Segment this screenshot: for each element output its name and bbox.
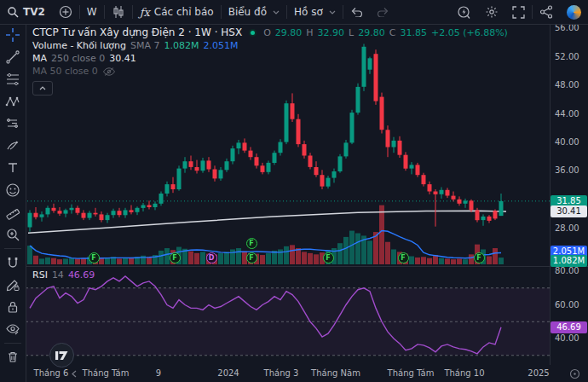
rsi-params: 14 — [52, 269, 64, 281]
drawing-mode-lock-button[interactable] — [0, 274, 26, 296]
symbol-search-value: TV2 — [23, 6, 45, 18]
dividend-badge[interactable]: D — [206, 252, 217, 263]
volume-legend-row[interactable]: Volume - Khối lượng SMA 7 1.082M 2.051M — [32, 39, 508, 52]
trading-app-window: TV2 W ƒx Các chỉ báo — [0, 0, 588, 382]
brush-tool-button[interactable] — [0, 135, 26, 157]
toolbar-divider — [4, 343, 21, 344]
time-tick-label: 9 — [156, 368, 161, 378]
chevron-down-icon — [329, 10, 336, 14]
settings-button[interactable] — [478, 0, 505, 24]
indicators-label: Các chỉ báo — [154, 6, 214, 18]
rsi-title: RSI — [32, 269, 48, 281]
tradingview-logo[interactable] — [49, 343, 74, 368]
emoji-tool-button[interactable] — [0, 179, 26, 201]
pencil-lock-icon — [5, 277, 20, 292]
share-button[interactable] — [533, 0, 560, 24]
interval-button[interactable]: W — [80, 0, 104, 24]
measure-tool-button[interactable] — [0, 201, 26, 223]
magnet-icon — [5, 255, 20, 270]
text-icon — [5, 160, 20, 176]
chart-style-button[interactable] — [105, 0, 132, 24]
financial-report-badge[interactable]: F — [474, 252, 485, 263]
quick-alert-button[interactable] — [450, 0, 478, 24]
magnet-mode-button[interactable] — [0, 252, 26, 274]
chart-legend: CTCP Tư vấn Xây dựng Điện 2 · 1W · HSX O… — [32, 26, 508, 96]
time-tick-label: Tháng Tám — [388, 368, 435, 378]
interval-value: W — [87, 6, 97, 18]
symbol-legend-row[interactable]: CTCP Tư vấn Xây dựng Điện 2 · 1W · HSX O… — [32, 26, 508, 39]
crosshair-icon — [5, 27, 20, 43]
fib-retracement-icon — [5, 72, 20, 87]
redo-icon — [377, 7, 389, 17]
search-icon — [7, 6, 19, 18]
rsi-legend-row[interactable]: RSI 14 46.69 — [32, 269, 95, 281]
fx-icon: ƒx — [140, 6, 150, 19]
fullscreen-button[interactable] — [505, 0, 532, 24]
ohlc-high-label: H — [306, 26, 313, 39]
undo-icon — [350, 7, 363, 17]
eye-off-icon[interactable] — [102, 67, 116, 77]
time-tick-label: 2025 — [527, 368, 549, 378]
zoom-in-tool-button[interactable] — [0, 223, 26, 246]
volume-title: Volume - Khối lượng — [32, 39, 126, 52]
time-tick-label: Tháng 10 — [444, 368, 484, 378]
lock-drawings-button[interactable] — [0, 296, 26, 318]
ohlc-low-label: L — [349, 26, 354, 39]
realtime-clock-icon[interactable] — [569, 368, 580, 379]
chevron-left-icon[interactable] — [72, 370, 77, 378]
rsi-value: 46.69 — [68, 269, 95, 281]
ohlc-change-value: +2.05 (+6.88%) — [431, 26, 508, 39]
volume-sma-label: SMA 7 — [130, 39, 160, 52]
remove-drawings-button[interactable] — [0, 346, 26, 368]
pattern-tool-button[interactable] — [0, 90, 26, 113]
financial-report-badge[interactable]: F — [246, 238, 257, 249]
undo-button[interactable] — [343, 0, 370, 24]
forecast-tool-button[interactable] — [0, 113, 26, 135]
xabcd-pattern-icon — [5, 94, 20, 109]
ohlc-open-value: 29.80 — [275, 26, 303, 39]
text-tool-button[interactable] — [0, 157, 26, 179]
symbol-title[interactable]: CTCP Tư vấn Xây dựng Điện 2 · 1W · HSX — [32, 26, 242, 39]
top-toolbar: TV2 W ƒx Các chỉ báo — [0, 0, 588, 25]
ma50-title: MA 50 close 0 — [32, 65, 98, 78]
financial-report-badge[interactable]: F — [398, 252, 409, 263]
emoji-icon — [5, 182, 20, 198]
pane-separator[interactable] — [26, 266, 588, 267]
market-status-icon[interactable] — [249, 29, 257, 37]
fullscreen-icon — [512, 6, 525, 19]
financial-report-badge[interactable]: F — [89, 252, 100, 263]
compare-add-button[interactable] — [52, 0, 79, 24]
avatar — [567, 5, 581, 20]
redo-button[interactable] — [370, 0, 396, 24]
symbol-search-button[interactable]: TV2 — [0, 0, 52, 24]
candlestick-icon — [112, 5, 125, 19]
layout-button[interactable]: Biểu đồ — [222, 0, 286, 24]
financial-report-badge[interactable]: F — [170, 252, 181, 263]
legend-collapse-button[interactable] — [32, 81, 53, 96]
profile-label: Hồ sơ — [294, 6, 323, 18]
crosshair-tool-button[interactable] — [0, 24, 26, 46]
time-tick-label: Tháng Năm — [311, 368, 360, 378]
gear-icon — [485, 5, 499, 19]
time-tick-label: Tháng 6 — [34, 368, 69, 378]
ohlc-high-value: 32.90 — [318, 26, 345, 39]
ohlc-low-value: 29.80 — [358, 26, 385, 39]
ohlc-close-label: C — [389, 26, 396, 39]
financial-report-badge[interactable]: F — [246, 252, 257, 263]
alert-clock-icon — [457, 5, 471, 20]
eye-edit-icon — [5, 321, 20, 337]
financial-report-badge[interactable]: F — [323, 252, 334, 263]
time-axis[interactable]: Tháng 6Tháng Tám92024Tháng 3Tháng NămThá… — [0, 365, 588, 382]
trend-line-tool-button[interactable] — [0, 46, 26, 68]
fib-retracement-tool-button[interactable] — [0, 68, 26, 90]
account-avatar[interactable] — [560, 0, 588, 24]
ma50-legend-row[interactable]: MA 50 close 0 — [32, 65, 508, 78]
indicators-button[interactable]: ƒx Các chỉ báo — [133, 0, 221, 24]
trend-line-icon — [5, 49, 20, 65]
ma250-value: 30.41 — [109, 52, 136, 65]
ma250-legend-row[interactable]: MA 250 close 0 30.41 — [32, 52, 508, 65]
volume-value: 1.082M — [164, 39, 199, 52]
drawing-toolbar — [0, 24, 26, 382]
profile-button[interactable]: Hồ sơ — [287, 0, 343, 24]
hide-drawings-button[interactable] — [0, 318, 26, 340]
